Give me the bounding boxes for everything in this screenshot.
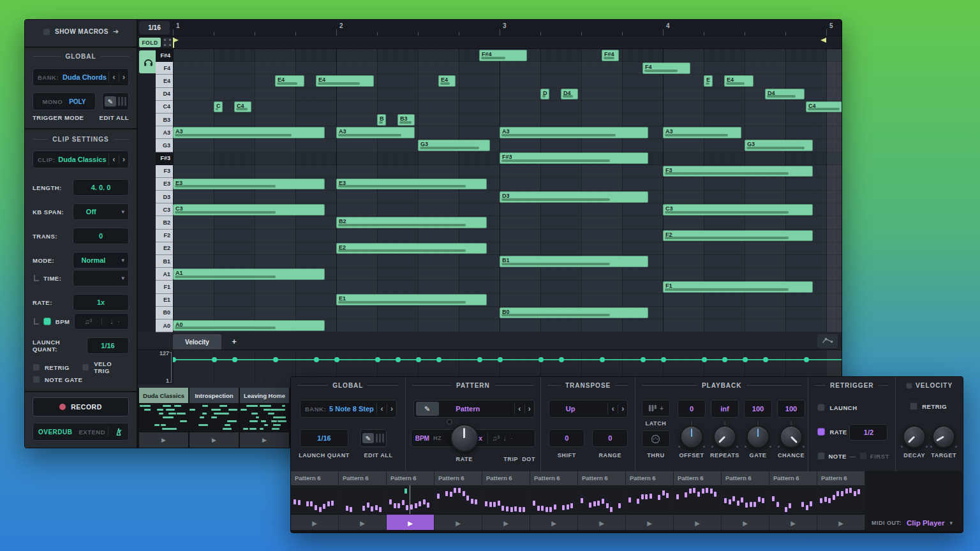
retrig-checkbox[interactable]	[33, 364, 40, 371]
key-label-F#4[interactable]: F#4	[156, 49, 173, 62]
poly-option[interactable]: POLY	[69, 98, 85, 105]
knob-target[interactable]	[932, 425, 955, 448]
pattern-tab-label[interactable]: Pattern 6	[722, 471, 769, 485]
extend-button[interactable]: EXTEND	[79, 429, 106, 436]
transpose-next-button[interactable]: ›	[618, 404, 627, 413]
key-label-E4[interactable]: E4	[156, 75, 173, 87]
bank-next-button[interactable]: ›	[387, 404, 396, 413]
transpose-mode-selector[interactable]: Up ‹›	[549, 400, 628, 418]
pattern-tab[interactable]: Pattern 6▶	[291, 471, 339, 531]
clip-tab-label[interactable]: Leaving Home	[240, 388, 289, 403]
clip-next-button[interactable]: ›	[119, 155, 128, 164]
velocity-dot[interactable]	[600, 357, 605, 362]
pattern-tab[interactable]: Pattern 6▶	[626, 471, 674, 531]
velocity-dot[interactable]	[477, 357, 482, 362]
pattern-selector[interactable]: ✎ Pattern ‹›	[413, 400, 535, 418]
triplet-icon[interactable]: ♫³	[75, 318, 101, 325]
bank-prev-button[interactable]: ‹	[109, 73, 119, 82]
pattern-tab[interactable]: Pattern 6▶	[578, 471, 626, 531]
shift-field[interactable]: 0	[549, 429, 584, 447]
pattern-play-button[interactable]: ▶	[530, 515, 577, 531]
pattern-play-button[interactable]: ▶	[387, 515, 434, 531]
pattern-edit-pencil-icon[interactable]: ✎	[416, 402, 439, 416]
kb-span-dropdown[interactable]: Off ▾	[73, 203, 129, 220]
pattern-play-button[interactable]: ▶	[482, 515, 530, 531]
key-label-E1[interactable]: E1	[156, 294, 173, 307]
loop-end-flag[interactable]	[820, 38, 826, 43]
key-label-A1[interactable]: A1	[156, 268, 173, 281]
range-field[interactable]: 0	[592, 429, 628, 447]
midi-note[interactable]: D4	[561, 89, 578, 100]
midi-note[interactable]: B	[377, 114, 386, 126]
key-label-E2[interactable]: E2	[156, 242, 173, 255]
key-label-A3[interactable]: A3	[156, 126, 173, 139]
midi-note[interactable]: E4	[275, 75, 304, 87]
midi-note[interactable]: F3	[663, 166, 813, 177]
velocity-dot[interactable]	[334, 357, 339, 362]
pattern-tab-label[interactable]: Pattern 6	[339, 471, 386, 485]
pattern-tab[interactable]: Pattern 6▶	[769, 471, 817, 531]
rate-knob[interactable]	[450, 424, 479, 452]
dotted-note-icon[interactable]: ♩·	[503, 434, 513, 442]
midi-note[interactable]: D4	[765, 89, 805, 100]
velocity-ramp-tool[interactable]	[817, 334, 838, 348]
show-macros-row[interactable]: SHOW MACROS ➜	[33, 27, 129, 36]
velocity-dot[interactable]	[743, 357, 748, 362]
marker-strip[interactable]: FOLD	[138, 36, 842, 49]
midi-note[interactable]: F#4	[479, 50, 527, 61]
record-button[interactable]: RECORD	[33, 397, 129, 416]
clip-play-button[interactable]: ▶	[189, 432, 239, 448]
timeline-ruler[interactable]: 1/16 12345	[138, 20, 842, 36]
midi-note[interactable]: C3	[663, 204, 813, 216]
velocity-dot[interactable]	[661, 357, 666, 362]
arp-launch-quant-field[interactable]: 1/16	[300, 429, 348, 447]
metronome-icon[interactable]	[108, 427, 123, 436]
pattern-tab-label[interactable]: Pattern 6	[434, 471, 482, 485]
pattern-play-button[interactable]: ▶	[578, 515, 625, 531]
launch-quant-field[interactable]: 1/16	[87, 337, 129, 354]
clip-tab[interactable]: Duda Classics▶	[139, 388, 188, 448]
pattern-play-button[interactable]: ▶	[434, 515, 482, 531]
retrigger-rate-field[interactable]: 1/2	[849, 424, 887, 441]
bank-next-button[interactable]: ›	[119, 73, 128, 82]
midi-note[interactable]: E4	[316, 75, 374, 87]
midi-note[interactable]: E3	[336, 179, 487, 190]
retrigger-first-checkbox[interactable]	[859, 452, 867, 460]
midi-note[interactable]: F2	[663, 230, 813, 242]
velo-trig-checkbox[interactable]	[82, 364, 89, 371]
pattern-tab[interactable]: Pattern 6▶	[674, 471, 722, 531]
velocity-dot[interactable]	[763, 357, 768, 362]
knob-value-offset[interactable]: 0	[678, 400, 706, 418]
knob-decay[interactable]	[903, 425, 926, 448]
velocity-dot[interactable]	[212, 357, 217, 362]
velocity-retrig-checkbox[interactable]	[910, 402, 917, 410]
note-gate-checkbox[interactable]	[33, 376, 40, 383]
midi-note[interactable]: F#4	[602, 50, 619, 61]
pattern-play-button[interactable]: ▶	[722, 515, 769, 531]
pattern-tab[interactable]: Pattern 6▶	[817, 471, 865, 531]
length-field[interactable]: 4. 0. 0	[73, 179, 129, 196]
midi-note[interactable]: E	[704, 75, 713, 87]
velocity-dot[interactable]	[173, 357, 176, 362]
mode-dropdown[interactable]: Normal ▾	[73, 252, 129, 268]
show-macros-checkbox[interactable]	[43, 28, 50, 36]
midi-note[interactable]: B3	[397, 114, 415, 126]
midi-note[interactable]: A3	[663, 127, 741, 138]
bank-selector[interactable]: BANK: Duda Chords ‹›	[33, 68, 129, 86]
knob-chance[interactable]	[780, 425, 803, 448]
key-label-F#3[interactable]: F#3	[156, 152, 173, 165]
clip-tab-label[interactable]: Duda Classics	[139, 388, 188, 403]
clip-tab-label[interactable]: Introspection	[189, 388, 239, 403]
midi-note[interactable]: A3	[500, 127, 648, 138]
velocity-dot[interactable]	[396, 357, 401, 362]
midi-note[interactable]: B2	[336, 217, 487, 228]
velocity-dot[interactable]	[375, 357, 380, 362]
key-label-F4[interactable]: F4	[156, 62, 173, 75]
pattern-play-button[interactable]: ▶	[291, 515, 338, 531]
clip-play-button[interactable]: ▶	[139, 432, 188, 448]
key-label-F3[interactable]: F3	[156, 165, 173, 178]
clip-selector[interactable]: CLIP: Duda Classics ‹›	[33, 151, 129, 168]
knob-offset[interactable]	[680, 425, 703, 448]
velocity-dot[interactable]	[273, 357, 278, 362]
midi-note[interactable]: E2	[336, 243, 487, 254]
